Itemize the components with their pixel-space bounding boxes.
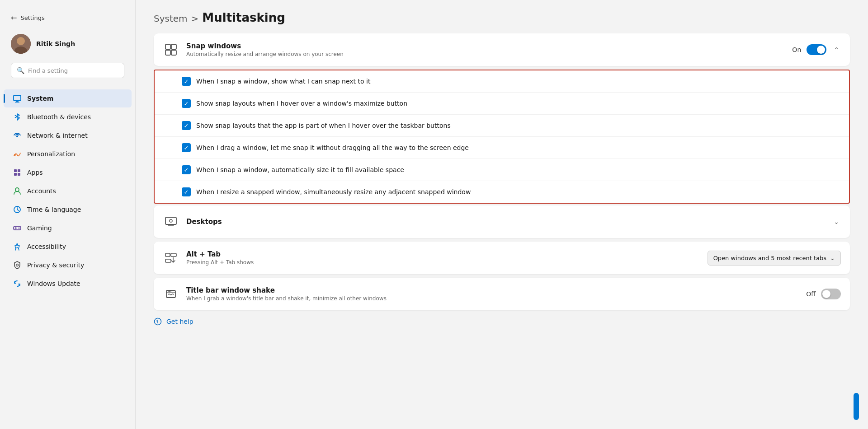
sidebar-item-bluetooth[interactable]: Bluetooth & devices: [4, 108, 132, 126]
sidebar-item-accounts[interactable]: Accounts: [4, 182, 132, 200]
snap-checkbox-1[interactable]: ✓: [182, 77, 191, 86]
desktops-card[interactable]: Desktops ⌄: [154, 205, 850, 238]
svg-point-7: [14, 154, 16, 156]
user-name: Ritik Singh: [36, 40, 75, 47]
svg-rect-25: [165, 253, 170, 256]
svg-point-16: [19, 228, 20, 228]
svg-point-15: [18, 228, 19, 228]
main-content: System > Multitasking Snap windows Autom…: [136, 0, 868, 429]
time-icon: [13, 205, 22, 214]
search-placeholder: Find a setting: [28, 67, 68, 74]
svg-point-18: [16, 264, 19, 266]
sidebar-label-gaming: Gaming: [27, 224, 52, 232]
svg-rect-5: [15, 102, 19, 103]
snap-windows-header[interactable]: Snap windows Automatically resize and ar…: [154, 33, 850, 66]
settings-back-label: Settings: [20, 14, 44, 21]
snap-option-2[interactable]: ✓ Show snap layouts when I hover over a …: [155, 93, 849, 115]
update-icon: [13, 279, 22, 288]
svg-rect-11: [18, 173, 20, 176]
snap-checkbox-3[interactable]: ✓: [182, 121, 191, 130]
snap-checkbox-5[interactable]: ✓: [182, 165, 191, 174]
snap-checkbox-2[interactable]: ✓: [182, 99, 191, 108]
breadcrumb-separator: >: [191, 13, 199, 24]
snap-windows-title: Snap windows: [186, 42, 792, 50]
snap-option-label-6: When I resize a snapped window, simultan…: [196, 188, 471, 196]
snap-option-label-5: When I snap a window, automatically size…: [196, 166, 404, 173]
alt-tab-content: Alt + Tab Pressing Alt + Tab shows: [186, 250, 708, 266]
dropdown-chevron-icon: ⌄: [830, 255, 835, 261]
sidebar-item-time[interactable]: Time & language: [4, 201, 132, 219]
svg-rect-3: [14, 95, 21, 101]
desktops-title-group: Desktops: [186, 218, 832, 226]
svg-rect-20: [171, 44, 176, 49]
back-button[interactable]: ← Settings: [7, 11, 128, 25]
sidebar-item-network[interactable]: Network & internet: [4, 126, 132, 145]
svg-rect-23: [165, 217, 176, 224]
svg-rect-8: [14, 169, 17, 172]
svg-rect-26: [171, 253, 176, 256]
snap-toggle-label: On: [792, 46, 801, 53]
snap-windows-controls: On ⌃: [792, 44, 841, 55]
alt-tab-title: Alt + Tab: [186, 250, 708, 258]
accounts-icon: [13, 187, 22, 196]
snap-windows-icon: [163, 42, 179, 58]
title-bar-subtitle: When I grab a window's title bar and sha…: [186, 295, 806, 302]
snap-check-3: ✓: [184, 122, 189, 129]
snap-option-6[interactable]: ✓ When I resize a snapped window, simult…: [155, 181, 849, 203]
sidebar-label-time: Time & language: [27, 206, 81, 213]
network-icon: [13, 131, 22, 140]
snap-option-label-4: When I drag a window, let me snap it wit…: [196, 144, 469, 151]
snap-option-3[interactable]: ✓ Show snap layouts that the app is part…: [155, 115, 849, 137]
snap-option-5[interactable]: ✓ When I snap a window, automatically si…: [155, 159, 849, 181]
snap-checkbox-6[interactable]: ✓: [182, 187, 191, 196]
sidebar-item-update[interactable]: Windows Update: [4, 275, 132, 293]
gaming-icon: [13, 224, 22, 233]
sidebar-label-accounts: Accounts: [27, 187, 56, 195]
title-bar-controls: Off: [806, 289, 841, 299]
snap-checkbox-4[interactable]: ✓: [182, 143, 191, 152]
snap-check-4: ✓: [184, 145, 189, 151]
sidebar-item-personalization[interactable]: Personalization: [4, 145, 132, 163]
breadcrumb-parent[interactable]: System: [154, 13, 188, 24]
alt-tab-dropdown[interactable]: Open windows and 5 most recent tabs ⌄: [708, 251, 841, 266]
desktops-chevron[interactable]: ⌄: [832, 216, 841, 227]
svg-point-24: [170, 219, 172, 222]
search-box[interactable]: 🔍 Find a setting: [11, 63, 124, 78]
svg-point-6: [16, 135, 18, 137]
svg-rect-22: [171, 50, 176, 55]
snap-toggle[interactable]: [807, 44, 826, 55]
snap-option-1[interactable]: ✓ When I snap a window, show what I can …: [155, 70, 849, 93]
alt-tab-icon: [163, 250, 179, 266]
snap-options-container: ✓ When I snap a window, show what I can …: [154, 70, 850, 204]
title-bar-icon: [163, 286, 179, 302]
title-bar-card: Title bar window shake When I grab a win…: [154, 278, 850, 310]
apps-icon: [13, 168, 22, 177]
get-help-link[interactable]: Get help: [154, 317, 850, 326]
alt-tab-card: Alt + Tab Pressing Alt + Tab shows Open …: [154, 242, 850, 274]
snap-windows-title-group: Snap windows Automatically resize and ar…: [186, 42, 792, 57]
back-arrow-icon: ←: [11, 14, 17, 22]
sidebar-item-privacy[interactable]: Privacy & security: [4, 256, 132, 274]
svg-point-1: [17, 37, 25, 45]
personalization-icon: [13, 149, 22, 159]
sidebar-item-apps[interactable]: Apps: [4, 163, 132, 182]
page-title-row: System > Multitasking: [154, 11, 850, 24]
snap-check-6: ✓: [184, 189, 189, 196]
sidebar-item-system[interactable]: System: [4, 89, 132, 107]
title-bar-title: Title bar window shake: [186, 286, 806, 294]
title-bar-toggle-label: Off: [806, 290, 816, 298]
snap-option-4[interactable]: ✓ When I drag a window, let me snap it w…: [155, 137, 849, 159]
sidebar-label-network: Network & internet: [27, 132, 88, 139]
sidebar-item-accessibility[interactable]: Accessibility: [4, 238, 132, 256]
alt-tab-dropdown-value: Open windows and 5 most recent tabs: [713, 255, 826, 261]
user-profile[interactable]: Ritik Singh: [7, 30, 128, 57]
sidebar-item-gaming[interactable]: Gaming: [4, 219, 132, 237]
get-help-icon: [154, 317, 162, 326]
snap-windows-chevron[interactable]: ⌃: [832, 44, 841, 55]
bottom-right-indicator: [854, 393, 859, 420]
search-icon: 🔍: [17, 67, 24, 74]
sidebar-label-accessibility: Accessibility: [27, 243, 66, 250]
snap-option-label-2: Show snap layouts when I hover over a wi…: [196, 100, 407, 107]
title-bar-toggle[interactable]: [821, 289, 841, 299]
sidebar-label-apps: Apps: [27, 169, 43, 176]
